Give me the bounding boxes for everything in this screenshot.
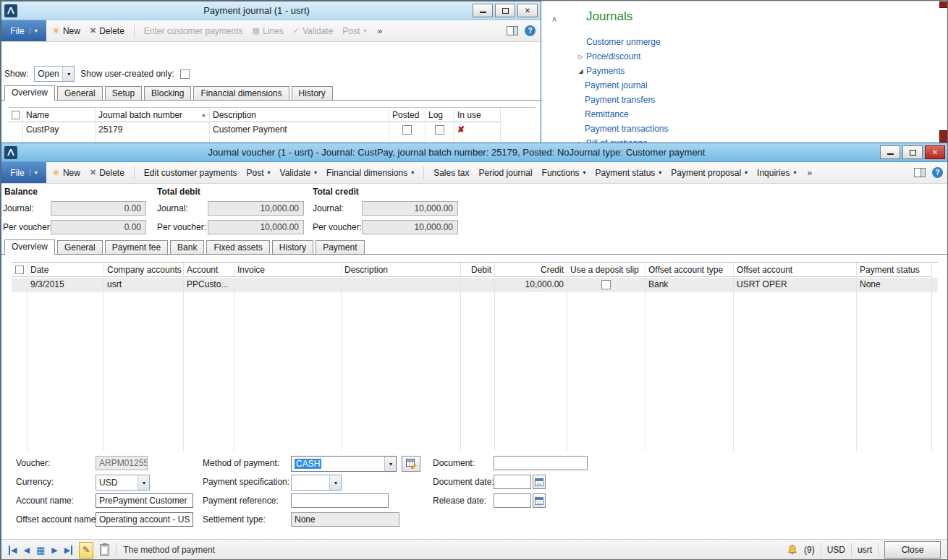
- cell-credit[interactable]: 10,000.00: [495, 277, 567, 292]
- cell-company-accounts[interactable]: usrt: [104, 277, 183, 292]
- lines-button[interactable]: ▦ Lines: [253, 26, 284, 36]
- sales-tax-button[interactable]: Sales tax: [433, 168, 469, 178]
- tab-history[interactable]: History: [292, 86, 333, 100]
- chevron-down-icon[interactable]: ▾: [137, 475, 149, 490]
- notifications-bell-icon[interactable]: [787, 544, 798, 556]
- tab-blocking[interactable]: Blocking: [144, 86, 191, 100]
- minimize-button[interactable]: [473, 4, 493, 17]
- clipboard-icon[interactable]: [100, 544, 109, 556]
- delete-button[interactable]: ✕ Delete: [90, 26, 124, 36]
- notification-count[interactable]: (9): [804, 545, 815, 555]
- column-header-log[interactable]: Log: [426, 108, 454, 122]
- cell-offset-account-type[interactable]: Bank: [646, 277, 733, 292]
- toolbar-overflow-button[interactable]: »: [376, 26, 384, 36]
- validate-button[interactable]: ✓ Validate: [293, 26, 334, 36]
- cell-debit[interactable]: [461, 277, 494, 292]
- enter-customer-payments-button[interactable]: Enter customer payments: [144, 26, 243, 36]
- log-checkbox[interactable]: [435, 125, 444, 135]
- column-header-company-accounts[interactable]: Company accounts: [104, 263, 183, 277]
- first-record-button[interactable]: ◀: [9, 546, 17, 555]
- tab-general[interactable]: General: [57, 240, 103, 254]
- help-icon[interactable]: ?: [932, 167, 943, 178]
- method-of-payment-select[interactable]: CASH ▾: [291, 456, 397, 472]
- tree-item-customer-unmerge[interactable]: Customer unmerge: [575, 35, 931, 49]
- cell-name[interactable]: CustPay: [23, 122, 95, 137]
- show-select[interactable]: Open ▾: [34, 66, 75, 82]
- titlebar[interactable]: Payment journal (1 - usrt) ✕: [1, 1, 541, 20]
- payment-reference-input[interactable]: [291, 493, 389, 508]
- functions-button[interactable]: Functions ▾: [542, 168, 586, 178]
- post-button[interactable]: Post ▾: [342, 26, 366, 36]
- cell-invoice[interactable]: [234, 277, 341, 292]
- method-of-payment-lookup-button[interactable]: [402, 456, 420, 472]
- column-header-offset-account-type[interactable]: Offset account type: [646, 263, 733, 277]
- edit-customer-payments-button[interactable]: Edit customer payments: [144, 168, 237, 178]
- period-journal-button[interactable]: Period journal: [479, 168, 533, 178]
- row-select-cell[interactable]: [12, 277, 27, 292]
- cell-description[interactable]: [342, 277, 460, 292]
- layout-icon[interactable]: [507, 26, 518, 35]
- posted-checkbox[interactable]: [402, 125, 412, 135]
- titlebar[interactable]: Journal voucher (1 - usrt) - Journal: Cu…: [1, 143, 948, 162]
- user-created-checkbox[interactable]: [180, 69, 190, 79]
- layout-icon[interactable]: [914, 168, 926, 177]
- column-header-debit[interactable]: Debit: [461, 263, 494, 277]
- column-header-name[interactable]: Name: [23, 108, 95, 122]
- payment-status-button[interactable]: Payment status ▾: [596, 168, 662, 178]
- tab-setup[interactable]: Setup: [105, 86, 142, 100]
- release-date-calendar-button[interactable]: [533, 493, 546, 508]
- column-header-description[interactable]: Description: [210, 108, 389, 122]
- payment-proposal-button[interactable]: Payment proposal ▾: [671, 168, 748, 178]
- column-header-posted[interactable]: Posted: [389, 108, 425, 122]
- financial-dimensions-button[interactable]: Financial dimensions ▾: [326, 168, 414, 178]
- tree-item-remittance[interactable]: Remittance: [585, 107, 931, 122]
- column-header-date[interactable]: Date: [27, 263, 103, 277]
- tab-fixed-assets[interactable]: Fixed assets: [206, 240, 269, 254]
- column-header-invoice[interactable]: Invoice: [234, 263, 341, 277]
- chevron-down-icon[interactable]: ▾: [329, 475, 341, 490]
- column-header-credit[interactable]: Credit: [495, 263, 567, 277]
- tree-item-payments[interactable]: ◢ Payments: [575, 64, 931, 78]
- document-input[interactable]: [494, 456, 588, 470]
- column-header-account[interactable]: Account: [184, 263, 234, 277]
- currency-select[interactable]: USD ▾: [96, 475, 150, 491]
- tab-payment[interactable]: Payment: [316, 240, 364, 254]
- tab-bank[interactable]: Bank: [170, 240, 204, 254]
- column-header-journal-batch-number[interactable]: Journal batch number ▲: [96, 108, 209, 122]
- cell-account[interactable]: PPCusto...: [184, 277, 234, 292]
- grid-view-button[interactable]: ▦: [36, 545, 45, 556]
- close-window-button[interactable]: Close: [884, 541, 941, 559]
- cell-payment-status[interactable]: None: [857, 277, 931, 292]
- select-all-checkbox[interactable]: [12, 111, 20, 119]
- chevron-up-icon[interactable]: ∧: [551, 14, 557, 24]
- inquiries-button[interactable]: Inquiries ▾: [757, 168, 796, 178]
- tab-general[interactable]: General: [57, 86, 103, 100]
- last-record-button[interactable]: ▶: [64, 546, 72, 555]
- cell-journal-batch-number[interactable]: 25179: [96, 122, 209, 137]
- file-menu-button[interactable]: File ▾: [1, 162, 46, 183]
- cell-date[interactable]: 9/3/2015: [27, 277, 103, 292]
- tree-item-price-discount[interactable]: ▷ Price/discount: [575, 49, 931, 64]
- release-date-input[interactable]: [494, 493, 531, 508]
- column-header-payment-status[interactable]: Payment status: [857, 263, 931, 277]
- tab-overview[interactable]: Overview: [4, 85, 55, 101]
- use-deposit-slip-checkbox[interactable]: [601, 280, 611, 289]
- help-icon[interactable]: ?: [525, 25, 536, 36]
- tree-item-payment-journal[interactable]: Payment journal: [585, 78, 931, 93]
- new-button[interactable]: ✳ New: [52, 25, 80, 36]
- tree-item-payment-transfers[interactable]: Payment transfers: [585, 93, 931, 107]
- cell-description[interactable]: Customer Payment: [210, 122, 389, 137]
- delete-button[interactable]: ✕ Delete: [90, 168, 124, 178]
- tab-overview[interactable]: Overview: [4, 239, 55, 255]
- column-header-use-deposit-slip[interactable]: Use a deposit slip: [567, 263, 645, 277]
- maximize-button[interactable]: [902, 145, 923, 159]
- close-button[interactable]: ✕: [517, 4, 538, 17]
- post-button[interactable]: Post ▾: [247, 168, 271, 178]
- previous-record-button[interactable]: ◀: [23, 546, 29, 555]
- edit-record-button[interactable]: ✎: [79, 542, 93, 559]
- document-date-input[interactable]: [494, 475, 531, 489]
- expand-arrow-icon[interactable]: ▷: [575, 54, 586, 60]
- new-button[interactable]: ✳ New: [52, 167, 80, 178]
- column-header-in-use[interactable]: In use: [454, 108, 500, 122]
- file-menu-button[interactable]: File ▾: [1, 20, 46, 41]
